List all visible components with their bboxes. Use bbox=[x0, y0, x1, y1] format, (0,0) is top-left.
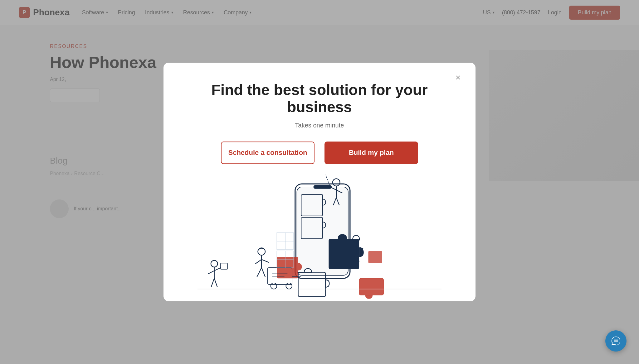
svg-line-27 bbox=[261, 260, 269, 263]
svg-line-42 bbox=[214, 279, 217, 287]
svg-point-11 bbox=[333, 179, 340, 186]
modal-subtitle: Takes one minute bbox=[295, 122, 344, 129]
svg-rect-8 bbox=[359, 279, 383, 295]
svg-line-41 bbox=[211, 279, 214, 287]
modal-illustration bbox=[182, 170, 457, 301]
chat-button[interactable] bbox=[605, 330, 627, 352]
svg-rect-2 bbox=[313, 185, 332, 189]
svg-rect-40 bbox=[221, 263, 227, 270]
build-plan-button[interactable]: Build my plan bbox=[324, 142, 418, 164]
schedule-consultation-button[interactable]: Schedule a consultation bbox=[221, 142, 315, 164]
modal-title: Find the best solution for your business bbox=[192, 81, 447, 116]
svg-line-26 bbox=[256, 260, 262, 264]
close-button[interactable]: × bbox=[452, 71, 464, 84]
svg-line-29 bbox=[261, 268, 265, 277]
svg-rect-7 bbox=[298, 272, 326, 297]
modal-buttons: Schedule a consultation Build my plan bbox=[221, 142, 418, 164]
svg-point-33 bbox=[286, 283, 292, 289]
svg-rect-5 bbox=[329, 239, 359, 269]
modal-dialog: × Find the best solution for your busine… bbox=[163, 63, 476, 301]
svg-point-36 bbox=[211, 261, 218, 267]
svg-line-38 bbox=[208, 271, 214, 274]
illustration-svg bbox=[182, 170, 457, 301]
svg-line-28 bbox=[257, 268, 262, 277]
svg-line-39 bbox=[214, 268, 221, 271]
svg-rect-10 bbox=[368, 251, 382, 263]
svg-point-32 bbox=[271, 283, 277, 289]
